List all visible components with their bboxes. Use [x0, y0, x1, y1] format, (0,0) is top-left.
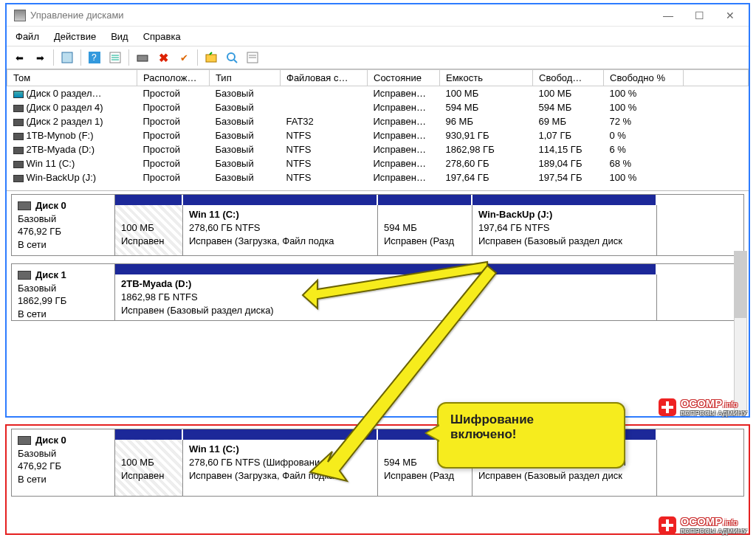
watermark-bottom: OCOMP.info ВОПРОСЫ АДМИНУ: [659, 515, 747, 535]
svg-line-10: [234, 60, 237, 63]
disk-icon: [18, 436, 31, 445]
disk-icon: [18, 201, 31, 210]
menu-help[interactable]: Справка: [143, 31, 181, 42]
col-capacity[interactable]: Емкость: [440, 70, 533, 86]
table-row[interactable]: Win-BackUp (J:) ПростойБазовыйNTFSИсправ…: [7, 170, 749, 184]
col-layout[interactable]: Располож…: [137, 70, 210, 86]
menu-view[interactable]: Вид: [111, 31, 128, 42]
partition-cell[interactable]: 2TB-Myada (D:)1862,98 ГБ NTFSИсправен (Б…: [115, 274, 657, 321]
back-button[interactable]: ⬅: [10, 48, 29, 67]
menu-action[interactable]: Действие: [54, 31, 96, 42]
disk-row[interactable]: Диск 1 Базовый1862,99 ГБВ сети2TB-Myada …: [11, 263, 744, 321]
scrollbar[interactable]: [734, 251, 747, 415]
partition-cell[interactable]: 100 МБИсправен: [115, 440, 183, 496]
svg-rect-0: [62, 52, 72, 63]
col-freep[interactable]: Свободно %: [604, 70, 684, 86]
table-row[interactable]: Win 11 (C:) ПростойБазовыйNTFSИсправен…2…: [7, 156, 749, 170]
table-row[interactable]: (Диск 0 раздел… ПростойБазовыйИсправен…1…: [7, 86, 749, 101]
detail-icon[interactable]: [106, 48, 125, 67]
svg-point-9: [227, 53, 235, 61]
comparison-panel: Диск 0 Базовый476,92 ГБВ сети 100 МБИспр…: [5, 424, 750, 535]
callout-text-2: включено!: [450, 427, 612, 442]
check-icon[interactable]: ✔: [174, 48, 193, 67]
folder-icon[interactable]: [202, 48, 221, 67]
table-row[interactable]: 1TB-Mynob (F:) ПростойБазовыйNTFSИсправе…: [7, 128, 749, 142]
partition-cell[interactable]: 100 МБИсправен: [115, 205, 183, 255]
search-icon[interactable]: [222, 48, 241, 67]
disk-row[interactable]: Диск 0 Базовый476,92 ГБВ сети 100 МБИспр…: [11, 429, 744, 497]
disk-management-window: Управление дисками — ☐ ✕ Файл Действие В…: [5, 3, 750, 418]
volume-icon: [13, 91, 24, 98]
callout-bubble: Шифрование включено!: [437, 402, 625, 469]
partition-cell[interactable]: Win 11 (C:)278,60 ГБ NTFS (Шифрование Bi…: [183, 440, 378, 496]
col-state[interactable]: Состояние: [368, 70, 440, 86]
col-volume[interactable]: Том: [7, 70, 137, 86]
maximize-button[interactable]: ☐: [684, 6, 715, 25]
forward-button[interactable]: ➡: [30, 48, 49, 67]
svg-rect-8: [206, 55, 216, 62]
cross-icon: [659, 398, 676, 416]
watermark-top: OCOMP.info ВОПРОСЫ АДМИНУ: [659, 397, 747, 417]
volume-icon: [13, 105, 24, 112]
callout-text-1: Шифрование: [450, 412, 612, 427]
titlebar: Управление дисками — ☐ ✕: [7, 4, 749, 27]
table-row[interactable]: (Диск 2 раздел 1) ПростойБазовыйFAT32Исп…: [7, 114, 749, 128]
help-icon[interactable]: ?: [85, 48, 104, 67]
minimize-button[interactable]: —: [653, 6, 684, 25]
menubar: Файл Действие Вид Справка: [7, 27, 749, 46]
col-type[interactable]: Тип: [210, 70, 281, 86]
disk-icon: [18, 271, 31, 280]
volume-icon: [13, 119, 24, 126]
svg-rect-7: [137, 55, 148, 61]
view-icon[interactable]: [58, 48, 77, 67]
refresh-icon[interactable]: [133, 48, 152, 67]
partition-cell[interactable]: Win-BackUp (J:)197,64 ГБ NTFSИсправен (Б…: [472, 205, 657, 255]
partition-cell[interactable]: 594 МБИсправен (Разд: [378, 205, 472, 255]
volume-table[interactable]: Том Располож… Тип Файловая с… Состояние …: [7, 69, 749, 184]
menu-file[interactable]: Файл: [16, 31, 39, 42]
close-button[interactable]: ✕: [715, 6, 746, 25]
cross-icon: [659, 516, 676, 534]
volume-icon: [13, 133, 24, 140]
table-row[interactable]: (Диск 0 раздел 4) ПростойБазовыйИсправен…: [7, 100, 749, 114]
graphical-view: Диск 0 Базовый476,92 ГБВ сети 100 МБИспр…: [7, 190, 749, 321]
col-fs[interactable]: Файловая с…: [281, 70, 368, 86]
volume-icon: [13, 161, 24, 168]
volume-icon: [13, 175, 24, 182]
app-icon: [14, 10, 26, 21]
toolbar: ⬅ ➡ ? ✖ ✔: [7, 46, 749, 69]
table-row[interactable]: 2TB-Myada (D:) ПростойБазовыйNTFSИсправе…: [7, 142, 749, 156]
list-icon[interactable]: [243, 48, 262, 67]
partition-cell[interactable]: Win 11 (C:)278,60 ГБ NTFSИсправен (Загру…: [183, 205, 378, 255]
volume-icon: [13, 147, 24, 154]
delete-icon[interactable]: ✖: [154, 48, 173, 67]
disk-row[interactable]: Диск 0 Базовый476,92 ГБВ сети 100 МБИспр…: [11, 194, 744, 256]
svg-text:?: ?: [92, 52, 97, 63]
col-free[interactable]: Свобод…: [533, 70, 604, 86]
window-title: Управление дисками: [30, 10, 653, 21]
